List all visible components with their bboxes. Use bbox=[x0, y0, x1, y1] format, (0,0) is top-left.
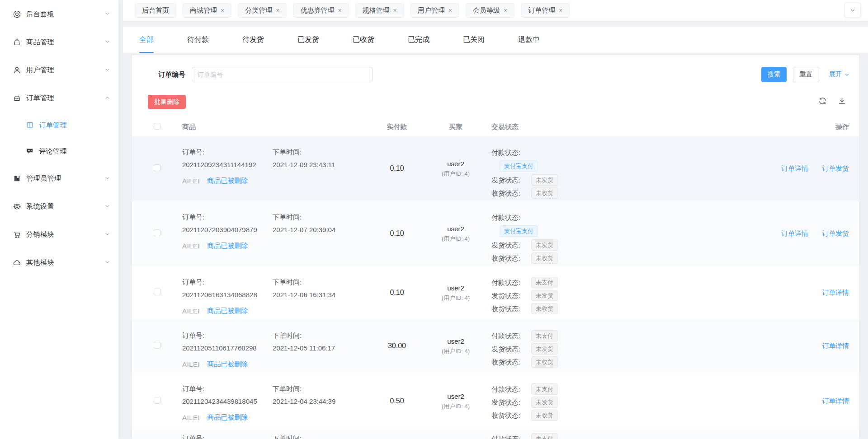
row-checkbox[interactable] bbox=[154, 397, 160, 404]
order-detail-link[interactable]: 订单详情 bbox=[822, 397, 849, 405]
pay-status-label: 付款状态: bbox=[491, 276, 531, 289]
sidebar-item-label: 其他模块 bbox=[26, 258, 104, 267]
status-tab-label: 已完成 bbox=[408, 35, 429, 45]
reset-button[interactable]: 重置 bbox=[793, 67, 819, 82]
open-book-icon bbox=[26, 121, 34, 129]
pay-status-tag: 支付宝支付 bbox=[500, 160, 538, 172]
product-deleted-link[interactable]: 商品已被删除 bbox=[207, 360, 248, 369]
row-checkbox[interactable] bbox=[154, 342, 160, 349]
status-tab-label: 全部 bbox=[139, 35, 154, 45]
order-ship-link[interactable]: 订单发货 bbox=[822, 229, 849, 237]
order-time-label: 下单时间: bbox=[273, 146, 368, 159]
order-detail-link[interactable]: 订单详情 bbox=[781, 164, 808, 172]
pay-status-label: 付款状态: bbox=[491, 432, 531, 439]
chevron-down-icon bbox=[849, 7, 856, 14]
buyer-id: (用户ID: 4) bbox=[426, 402, 485, 411]
receive-status-tag: 未收货 bbox=[531, 187, 558, 199]
order-detail-link[interactable]: 订单详情 bbox=[822, 289, 849, 296]
sidebar-item-orders[interactable]: 订单管理 bbox=[0, 84, 118, 112]
close-icon[interactable]: × bbox=[448, 7, 452, 14]
sidebar-item-label: 商品管理 bbox=[26, 38, 104, 47]
close-icon[interactable]: × bbox=[276, 7, 279, 14]
table-row: 订单号: 20211207203904079879 AILEI商品已被删除 下单… bbox=[132, 201, 859, 266]
close-icon[interactable]: × bbox=[393, 7, 397, 14]
close-icon[interactable]: × bbox=[504, 7, 507, 14]
ship-status-tag: 未发货 bbox=[531, 239, 558, 251]
table-toolbar: 批量删除 bbox=[132, 95, 859, 109]
sidebar-subitem-order-management[interactable]: 订单管理 bbox=[0, 112, 118, 138]
pay-status-tag: 未支付 bbox=[531, 433, 558, 439]
status-tab-closed[interactable]: 已关闭 bbox=[463, 27, 485, 53]
ship-status-label: 发货状态: bbox=[491, 173, 531, 187]
product-image-alt: AILEI bbox=[182, 177, 200, 185]
order-time-label: 下单时间: bbox=[273, 211, 368, 224]
batch-delete-button[interactable]: 批量删除 bbox=[148, 95, 186, 109]
page-tab-home[interactable]: 后台首页 bbox=[135, 3, 176, 18]
receive-status-tag: 未收货 bbox=[531, 252, 558, 264]
product-deleted-link[interactable]: 商品已被删除 bbox=[207, 177, 248, 185]
order-time-value: 2021-12-06 16:31:34 bbox=[273, 289, 368, 301]
download-icon[interactable] bbox=[837, 96, 847, 107]
page-tab-mall[interactable]: 商城管理× bbox=[183, 3, 231, 18]
sidebar-item-users[interactable]: 用户管理 bbox=[0, 56, 118, 84]
status-tab-pending-payment[interactable]: 待付款 bbox=[187, 27, 209, 53]
status-tab-completed[interactable]: 已完成 bbox=[408, 27, 429, 53]
product-deleted-link[interactable]: 商品已被删除 bbox=[207, 242, 248, 250]
row-checkbox[interactable] bbox=[154, 289, 160, 295]
expand-filters-link[interactable]: 展开 bbox=[829, 70, 850, 79]
sidebar-item-goods[interactable]: 商品管理 bbox=[0, 28, 118, 56]
product-deleted-link[interactable]: 商品已被删除 bbox=[207, 413, 248, 422]
page-tab-coupon[interactable]: 优惠券管理× bbox=[293, 3, 349, 18]
chevron-down-icon bbox=[104, 38, 110, 46]
close-icon[interactable]: × bbox=[338, 7, 341, 14]
sidebar-item-admins[interactable]: 管理员管理 bbox=[0, 164, 118, 192]
receive-status-label: 收货状态: bbox=[491, 187, 531, 200]
pay-status-label: 付款状态: bbox=[491, 146, 531, 159]
row-checkbox[interactable] bbox=[154, 229, 160, 236]
order-ship-link[interactable]: 订单发货 bbox=[822, 164, 849, 172]
page-tab-category[interactable]: 分类管理× bbox=[238, 3, 287, 18]
receive-status-tag: 未收货 bbox=[531, 356, 558, 368]
page-tab-label: 商城管理 bbox=[190, 6, 217, 15]
sidebar-item-dashboard[interactable]: 后台面板 bbox=[0, 0, 118, 28]
order-no-field-label: 订单编号 bbox=[158, 70, 185, 79]
sidebar-subitem-comment-management[interactable]: 评论管理 bbox=[0, 138, 118, 164]
page-tab-order[interactable]: 订单管理× bbox=[521, 3, 570, 18]
table-row: 订单号: 20211205110617768298 AILEI商品已被删除 下单… bbox=[132, 319, 859, 373]
page-tabs-bar: 后台首页 商城管理× 分类管理× 优惠券管理× 规格管理× 用户管理× 会员等级… bbox=[123, 0, 868, 21]
order-no-label: 订单号: bbox=[182, 432, 273, 439]
status-tab-pending-shipment[interactable]: 待发货 bbox=[242, 27, 264, 53]
buyer-id: (用户ID: 4) bbox=[426, 294, 485, 303]
page-tab-member-level[interactable]: 会员等级× bbox=[466, 3, 514, 18]
ship-status-tag: 未发货 bbox=[531, 174, 558, 186]
search-button[interactable]: 搜索 bbox=[761, 67, 787, 82]
tabs-dropdown-button[interactable] bbox=[844, 3, 861, 18]
sidebar-item-other[interactable]: 其他模块 bbox=[0, 248, 118, 276]
page-tab-user[interactable]: 用户管理× bbox=[410, 3, 459, 18]
status-tab-label: 待发货 bbox=[242, 35, 264, 45]
page-tab-spec[interactable]: 规格管理× bbox=[355, 3, 404, 18]
refresh-icon[interactable] bbox=[818, 96, 827, 107]
sidebar-item-settings[interactable]: 系统设置 bbox=[0, 192, 118, 220]
product-deleted-link[interactable]: 商品已被删除 bbox=[207, 307, 248, 315]
order-time-label: 下单时间: bbox=[273, 276, 368, 289]
chevron-down-icon bbox=[104, 259, 110, 266]
cloud-icon bbox=[13, 258, 21, 267]
order-status-tabs: 全部 待付款 待发货 已发货 已收货 已完成 已关闭 退款中 bbox=[123, 27, 868, 53]
close-icon[interactable]: × bbox=[559, 7, 562, 14]
paid-amount: 30.00 bbox=[368, 342, 426, 350]
ship-status-label: 发货状态: bbox=[491, 238, 531, 252]
status-tab-all[interactable]: 全部 bbox=[139, 27, 154, 53]
row-checkbox[interactable] bbox=[154, 164, 160, 171]
order-no-label: 订单号: bbox=[182, 383, 273, 395]
buyer-id: (用户ID: 4) bbox=[426, 169, 485, 178]
sidebar-item-distribution[interactable]: 分销模块 bbox=[0, 220, 118, 248]
close-icon[interactable]: × bbox=[221, 7, 224, 14]
order-detail-link[interactable]: 订单详情 bbox=[822, 342, 849, 350]
select-all-checkbox[interactable] bbox=[154, 123, 160, 130]
status-tab-refunding[interactable]: 退款中 bbox=[518, 27, 540, 53]
status-tab-received[interactable]: 已收货 bbox=[353, 27, 374, 53]
order-detail-link[interactable]: 订单详情 bbox=[781, 229, 808, 237]
order-no-input[interactable] bbox=[192, 67, 373, 82]
status-tab-shipped[interactable]: 已发货 bbox=[297, 27, 319, 53]
